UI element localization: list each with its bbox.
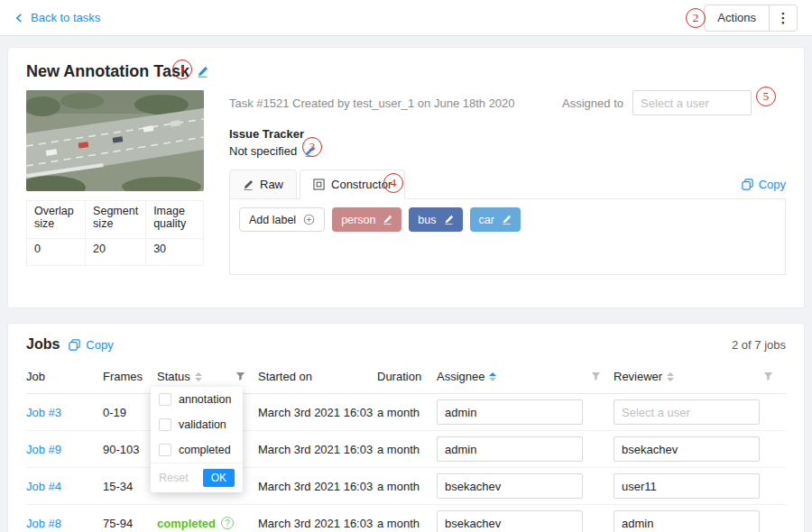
column-header-status: Status [157, 370, 258, 383]
assignee-input[interactable] [437, 436, 583, 462]
edit-label-icon[interactable] [383, 215, 392, 225]
assignee-input[interactable] [437, 399, 583, 425]
plus-circle-icon [303, 214, 315, 225]
copy-jobs-link[interactable]: Copy [69, 338, 113, 352]
reviewer-input[interactable] [614, 510, 760, 532]
block-icon [313, 179, 325, 190]
checkbox-validation[interactable] [159, 418, 171, 431]
param-header-segment: Segment size [86, 201, 146, 239]
label-car-name: car [479, 214, 494, 226]
table-row: Job #8 75-94 completed ? March 3rd 2021 … [26, 505, 786, 532]
filter-option-annotation[interactable]: annotation [151, 387, 243, 412]
annotation-marker-2: 2 [686, 8, 706, 28]
status-cell: completed ? [157, 517, 258, 530]
jobs-count: 2 of 7 jobs [732, 338, 786, 352]
filter-assignee-icon[interactable] [591, 371, 601, 381]
add-label-button[interactable]: Add label [239, 207, 325, 232]
param-header-overlap: Overlap size [27, 201, 86, 239]
jobs-table: Job Frames Status Started on Duration [26, 360, 786, 532]
question-circle-icon[interactable]: ? [221, 517, 234, 529]
back-label: Back to tasks [31, 11, 100, 24]
add-label-text: Add label [249, 214, 296, 226]
duration-cell: a month [377, 443, 437, 456]
checkbox-annotation[interactable] [159, 393, 171, 406]
filter-option-validation-label: validation [179, 418, 226, 431]
frames-cell: 0-19 [103, 406, 157, 419]
status-filter-dropdown: annotation validation completed Reset OK [151, 387, 243, 492]
task-left-column: Overlap size Segment size Image quality … [26, 90, 204, 275]
edit-label-icon[interactable] [444, 215, 454, 225]
label-badge-bus[interactable]: bus [409, 207, 462, 232]
frames-cell: 75-94 [103, 517, 157, 530]
job-link[interactable]: Job #9 [26, 443, 61, 456]
filter-status-icon[interactable] [235, 371, 245, 381]
duration-cell: a month [377, 517, 437, 530]
label-badge-person[interactable]: person [332, 207, 401, 232]
copy-icon [69, 339, 80, 351]
col-reviewer-label: Reviewer [614, 370, 662, 383]
copy-labels-link[interactable]: Copy [742, 178, 786, 198]
reviewer-input[interactable] [614, 399, 760, 425]
checkbox-completed[interactable] [159, 444, 171, 456]
filter-option-completed[interactable]: completed [151, 437, 243, 463]
table-row: Job #9 90-103 March 3rd 2021 16:03 a mon… [26, 431, 786, 468]
task-right-column: Task #1521 Created by test_user_1 on Jun… [204, 90, 786, 275]
job-link[interactable]: Job #4 [26, 480, 61, 493]
job-link[interactable]: Job #3 [26, 406, 61, 419]
sort-assignee-icon[interactable] [489, 372, 496, 381]
col-started-label: Started on [258, 370, 312, 383]
started-cell: March 3rd 2021 16:03 [258, 406, 377, 419]
filter-reset-button[interactable]: Reset [159, 472, 189, 484]
task-title: New Annotation Task [26, 62, 189, 81]
tab-raw[interactable]: Raw [229, 170, 297, 198]
col-job-label: Job [26, 370, 45, 383]
param-value-segment: 20 [86, 239, 146, 266]
filter-option-completed-label: completed [179, 444, 231, 456]
annotation-marker-3: 3 [302, 137, 322, 157]
job-link[interactable]: Job #8 [26, 517, 61, 530]
actions-button[interactable]: Actions [704, 5, 770, 32]
vertical-dots-icon: ⋮ [777, 10, 790, 25]
copy-icon [742, 179, 753, 190]
duration-cell: a month [377, 480, 437, 493]
frames-cell: 90-103 [103, 443, 157, 456]
frames-cell: 15-34 [103, 480, 157, 493]
duration-cell: a month [377, 406, 437, 419]
reviewer-input[interactable] [614, 473, 760, 499]
reviewer-input[interactable] [614, 436, 760, 462]
labels-tabs: Raw Constructor Copy [229, 170, 786, 275]
filter-ok-button[interactable]: OK [203, 469, 235, 487]
task-meta: Task #1521 Created by test_user_1 on Jun… [229, 96, 515, 110]
annotation-marker-4: 4 [383, 173, 403, 193]
label-badge-car[interactable]: car [470, 207, 521, 232]
jobs-table-header: Job Frames Status Started on Duration [26, 360, 786, 394]
assignee-input[interactable] [437, 473, 583, 499]
filter-reviewer-icon[interactable] [763, 371, 773, 381]
annotation-marker-5: 5 [756, 87, 776, 106]
filter-option-validation[interactable]: validation [151, 412, 243, 437]
col-assignee-label: Assignee [437, 370, 484, 383]
tab-raw-label: Raw [260, 178, 283, 191]
table-row: Job #3 0-19 March 3rd 2021 16:03 a month [26, 394, 786, 431]
column-header-duration: Duration [377, 370, 437, 383]
edit-label-icon[interactable] [502, 215, 512, 225]
started-cell: March 3rd 2021 16:03 [258, 443, 377, 456]
task-card: New Annotation Task [7, 47, 805, 308]
edit-task-name-icon[interactable] [197, 66, 208, 78]
actions-group: Actions ⋮ [704, 5, 798, 32]
assigned-to-input[interactable] [632, 90, 752, 115]
assigned-to-block: Assigned to [562, 90, 752, 115]
sort-status-icon[interactable] [195, 372, 202, 381]
filter-option-annotation-label: annotation [179, 393, 231, 406]
col-frames-label: Frames [103, 370, 143, 383]
labels-constructor: Add label person bus [229, 199, 786, 275]
param-value-quality: 30 [146, 239, 204, 266]
status-completed-label: completed [157, 517, 216, 530]
actions-menu-button[interactable]: ⋮ [769, 5, 798, 32]
sort-reviewer-icon[interactable] [667, 372, 674, 381]
assigned-to-label: Assigned to [562, 96, 623, 110]
traffic-scene-graphic [26, 90, 204, 191]
assignee-input[interactable] [437, 510, 583, 532]
back-to-tasks-link[interactable]: Back to tasks [14, 11, 100, 24]
task-preview-image [26, 90, 204, 191]
